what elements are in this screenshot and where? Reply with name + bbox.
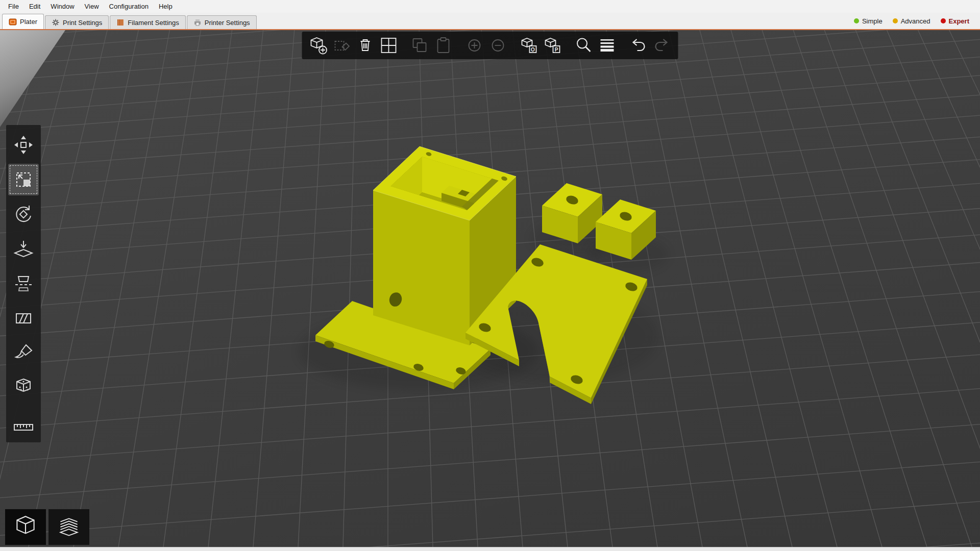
editor-3d-view-button[interactable] xyxy=(5,509,46,545)
variable-layer-height-icon xyxy=(598,36,617,55)
printer-icon xyxy=(193,18,202,27)
search-icon xyxy=(575,36,593,55)
delete-all-button[interactable] xyxy=(354,34,377,57)
scale-icon xyxy=(12,168,35,191)
mmu-dice-tool-button[interactable] xyxy=(8,372,39,404)
remove-instance-button[interactable] xyxy=(487,34,509,57)
remove-instance-icon xyxy=(489,36,507,55)
filament-icon xyxy=(116,18,125,27)
menu-file[interactable]: File xyxy=(3,0,24,13)
copy-icon xyxy=(411,36,429,55)
move-tool-button[interactable] xyxy=(8,129,39,161)
rotate-tool-button[interactable] xyxy=(8,198,39,230)
place-on-face-icon xyxy=(12,238,35,260)
add-instance-button[interactable] xyxy=(463,34,486,57)
paint-supports-icon xyxy=(12,307,35,330)
split-to-parts-button[interactable]: P xyxy=(542,34,564,57)
place-on-face-tool-button[interactable] xyxy=(8,233,39,265)
mode-switcher: Simple Advanced Expert xyxy=(849,13,980,29)
expert-mode-dot xyxy=(941,18,946,23)
arrange-button[interactable] xyxy=(378,34,400,57)
delete-button[interactable] xyxy=(331,34,353,57)
menubar: File Edit Window View Configuration Help xyxy=(0,0,980,13)
simple-mode-dot xyxy=(854,18,859,23)
measure-tool-button[interactable] xyxy=(8,407,39,438)
delete-icon xyxy=(333,36,351,55)
add-instance-icon xyxy=(465,36,484,55)
layers-preview-button[interactable] xyxy=(48,509,89,545)
split-to-parts-icon: P xyxy=(544,36,562,55)
mode-expert[interactable]: Expert xyxy=(936,17,974,25)
layers-stack-icon xyxy=(55,513,83,541)
redo-icon xyxy=(653,36,671,55)
menu-help[interactable]: Help xyxy=(154,0,178,13)
split-to-objects-icon: O xyxy=(520,36,538,55)
menu-configuration[interactable]: Configuration xyxy=(104,0,154,13)
svg-text:P: P xyxy=(555,47,558,53)
main-toolbar: O P xyxy=(302,32,678,59)
variable-layer-height-button[interactable] xyxy=(596,34,619,57)
mode-advanced[interactable]: Advanced xyxy=(888,17,935,25)
scene-svg xyxy=(0,30,980,547)
advanced-mode-dot xyxy=(893,18,898,23)
viewport-3d[interactable]: O P xyxy=(0,30,980,547)
split-to-objects-button[interactable]: O xyxy=(518,34,541,57)
delete-all-icon xyxy=(356,36,375,55)
cut-tool-button[interactable] xyxy=(8,268,39,299)
bed-far-corner-void xyxy=(0,30,65,127)
undo-button[interactable] xyxy=(627,34,650,57)
ruler-icon xyxy=(12,411,35,434)
menu-view[interactable]: View xyxy=(80,0,104,13)
seam-brush-tool-button[interactable] xyxy=(8,337,39,369)
paste-button[interactable] xyxy=(432,34,455,57)
menu-window[interactable]: Window xyxy=(45,0,79,13)
menu-edit[interactable]: Edit xyxy=(24,0,45,13)
paint-supports-tool-button[interactable] xyxy=(8,303,39,334)
cube-3d-icon xyxy=(12,513,39,541)
plater-icon xyxy=(9,18,17,26)
paste-icon xyxy=(434,36,453,55)
cut-icon xyxy=(12,272,35,295)
left-toolbar xyxy=(6,125,41,442)
gear-icon xyxy=(52,18,60,27)
undo-icon xyxy=(629,36,648,55)
tab-printer-settings[interactable]: Printer Settings xyxy=(187,15,257,29)
mode-simple[interactable]: Simple xyxy=(849,17,887,25)
tab-plater[interactable]: Plater xyxy=(2,14,44,29)
tab-print-settings[interactable]: Print Settings xyxy=(45,15,109,29)
svg-text:O: O xyxy=(531,47,535,53)
search-button[interactable] xyxy=(573,34,595,57)
statusbar xyxy=(0,547,980,551)
move-icon xyxy=(12,134,35,156)
rotate-icon xyxy=(12,203,35,226)
redo-button[interactable] xyxy=(651,34,673,57)
view-switcher xyxy=(5,509,89,545)
scale-tool-button[interactable] xyxy=(8,164,39,195)
arrange-icon xyxy=(380,36,398,55)
copy-button[interactable] xyxy=(409,34,431,57)
tabbar: Plater Print Settings Filament Settings … xyxy=(0,13,980,30)
add-part-icon xyxy=(309,36,328,55)
tab-filament-settings[interactable]: Filament Settings xyxy=(110,15,185,29)
brush-icon xyxy=(12,342,35,364)
dice-icon xyxy=(12,377,35,399)
add-part-button[interactable] xyxy=(307,34,330,57)
